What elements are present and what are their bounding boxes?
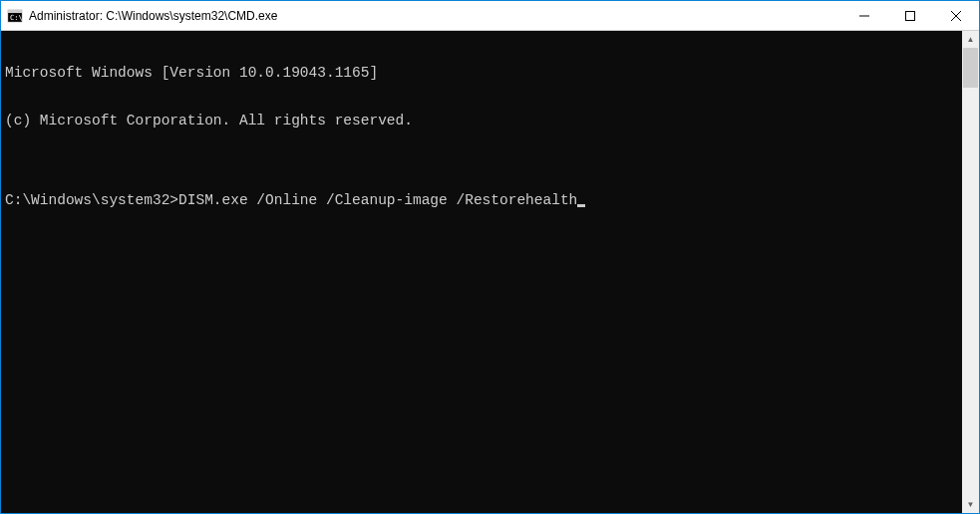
scrollbar-thumb[interactable] <box>963 48 978 88</box>
terminal[interactable]: Microsoft Windows [Version 10.0.19043.11… <box>1 31 962 513</box>
minimize-button[interactable] <box>841 1 887 30</box>
close-button[interactable] <box>933 1 979 30</box>
scrollbar-down-arrow-icon[interactable]: ▼ <box>962 496 979 513</box>
vertical-scrollbar[interactable]: ▲ ▼ <box>962 31 979 513</box>
terminal-command: DISM.exe /Online /Cleanup-image /Restore… <box>178 192 577 208</box>
window-title: Administrator: C:\Windows\system32\CMD.e… <box>29 9 841 23</box>
terminal-prompt: C:\Windows\system32> <box>5 192 178 208</box>
scrollbar-up-arrow-icon[interactable]: ▲ <box>962 31 979 48</box>
window-controls <box>841 1 979 30</box>
terminal-cursor <box>577 204 585 207</box>
terminal-output-line: (c) Microsoft Corporation. All rights re… <box>5 113 958 128</box>
terminal-area: Microsoft Windows [Version 10.0.19043.11… <box>1 31 979 513</box>
titlebar[interactable]: C:\ Administrator: C:\Windows\system32\C… <box>1 1 979 31</box>
svg-text:C:\: C:\ <box>10 14 23 22</box>
cmd-icon: C:\ <box>7 8 23 24</box>
terminal-output-line: Microsoft Windows [Version 10.0.19043.11… <box>5 65 958 81</box>
svg-rect-1 <box>8 10 22 13</box>
cmd-window: C:\ Administrator: C:\Windows\system32\C… <box>0 0 980 514</box>
terminal-prompt-line: C:\Windows\system32>DISM.exe /Online /Cl… <box>5 192 958 208</box>
maximize-button[interactable] <box>887 1 933 30</box>
svg-rect-4 <box>906 11 915 20</box>
